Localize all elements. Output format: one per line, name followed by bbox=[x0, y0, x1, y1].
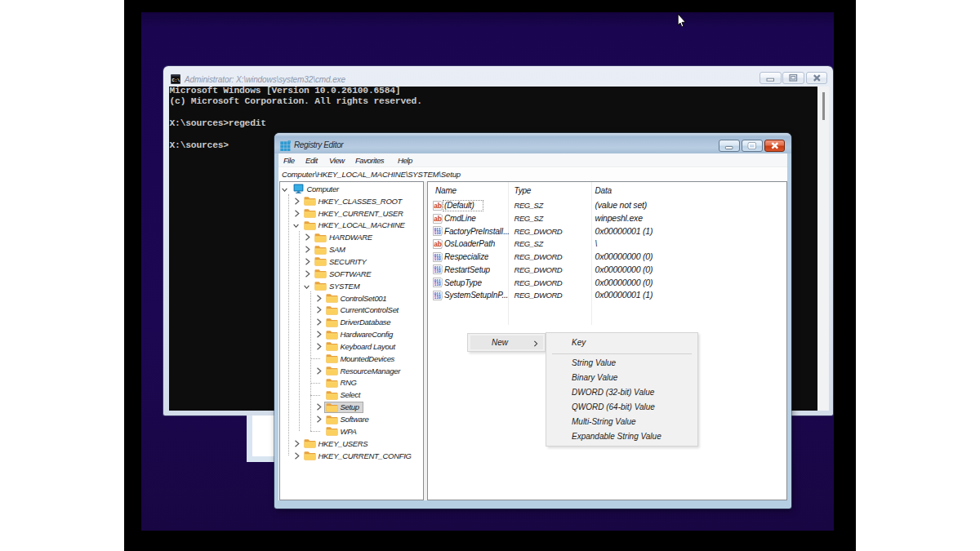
svg-text:110: 110 bbox=[434, 257, 441, 261]
svg-text:110: 110 bbox=[434, 295, 441, 300]
svg-text:110: 110 bbox=[434, 270, 441, 274]
svg-text:110: 110 bbox=[434, 282, 441, 287]
svg-text:ab: ab bbox=[434, 240, 442, 248]
svg-text:C:\: C:\ bbox=[172, 78, 181, 83]
svg-text:ab: ab bbox=[434, 202, 442, 210]
svg-text:110: 110 bbox=[434, 232, 441, 236]
svg-text:ab: ab bbox=[434, 214, 442, 222]
